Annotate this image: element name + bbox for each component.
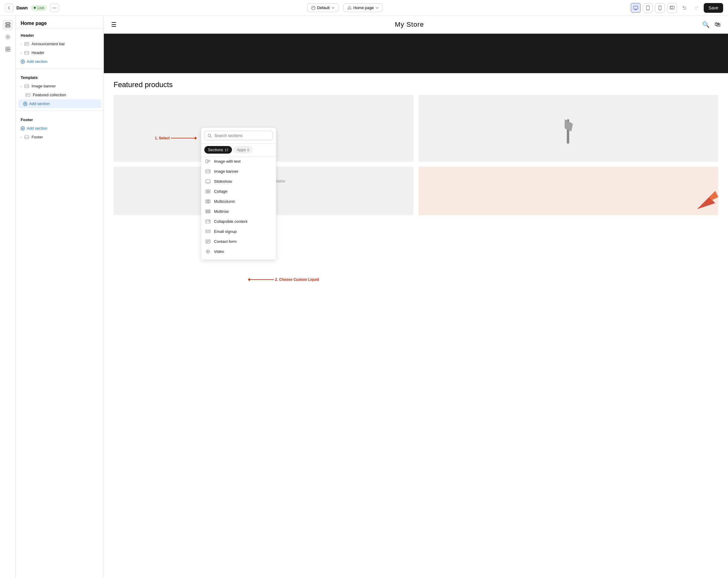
cart-icon[interactable]: 🛍	[714, 21, 721, 28]
default-dropdown[interactable]: Default	[307, 3, 338, 12]
svg-rect-11	[6, 47, 7, 49]
section-item-email-signup[interactable]: Email signup	[201, 227, 276, 236]
nav-apps-icon[interactable]	[2, 44, 14, 55]
desktop-view-button[interactable]	[631, 3, 641, 13]
share-view-button[interactable]	[667, 3, 677, 13]
collapsible-content-label: Collapsible content	[214, 219, 248, 224]
multicolumn-icon	[206, 200, 211, 203]
svg-rect-54	[206, 230, 210, 233]
section-item-multirow[interactable]: Multirow	[201, 206, 276, 216]
search-sections-input[interactable]	[214, 133, 269, 138]
tab-apps[interactable]: Apps 0	[233, 146, 253, 154]
sidebar-item-announcement-bar[interactable]: › Announcement bar	[16, 40, 104, 48]
nav-settings-icon[interactable]	[2, 32, 14, 43]
svg-rect-38	[206, 180, 210, 183]
sidebar-item-footer[interactable]: › Footer	[16, 133, 104, 141]
svg-rect-49	[206, 210, 210, 211]
section-item-collapsible[interactable]: Collapsible content	[201, 216, 276, 227]
featured-title: Featured products	[113, 80, 718, 89]
axe-image	[556, 107, 580, 150]
mobile-view-button[interactable]	[655, 3, 665, 13]
section-list: Image with text Image banner Slideshow	[201, 156, 276, 260]
topbar: Dawn Live ··· Default Home page	[0, 0, 728, 16]
collage-icon	[206, 189, 211, 193]
topbar-center: Default Home page	[62, 3, 627, 12]
section-item-multicolumn[interactable]: Multicolumn	[201, 196, 276, 206]
app-name: Dawn	[17, 5, 28, 10]
svg-rect-47	[207, 200, 209, 203]
homepage-label: Home page	[354, 5, 374, 10]
svg-rect-46	[206, 200, 207, 203]
contact-form-icon	[206, 239, 211, 243]
section-item-slideshow[interactable]: Slideshow	[201, 176, 276, 186]
template-add-section-button[interactable]: Add section	[18, 99, 101, 108]
sidebar-item-header[interactable]: › Header	[16, 48, 104, 57]
chevron-right-icon: ›	[21, 42, 22, 46]
video-icon	[206, 249, 211, 254]
svg-rect-18	[25, 51, 29, 54]
svg-rect-42	[206, 190, 208, 191]
header-add-section-button[interactable]: Add section	[16, 57, 104, 66]
sidebar-item-image-banner[interactable]: › Image banner	[16, 82, 104, 90]
svg-rect-44	[206, 192, 208, 193]
svg-point-39	[208, 183, 208, 183]
svg-point-3	[648, 9, 648, 10]
live-badge: Live	[31, 5, 47, 10]
topbar-right: Save	[631, 3, 723, 13]
homepage-dropdown[interactable]: Home page	[343, 3, 383, 12]
svg-point-40	[209, 183, 209, 183]
blog-posts-label: Blog posts	[214, 259, 233, 260]
section-item-image-with-text[interactable]: Image with text	[201, 156, 276, 166]
nav-sections-icon[interactable]	[2, 20, 14, 30]
image-banner-s-icon	[206, 169, 211, 173]
contact-form-label: Contact form	[214, 239, 236, 244]
announcement-icon	[24, 42, 29, 46]
topbar-left: Dawn Live ···	[5, 4, 59, 12]
svg-rect-50	[206, 211, 210, 212]
back-button[interactable]	[5, 4, 14, 12]
tab-sections[interactable]: Sections 17	[204, 146, 232, 154]
svg-rect-45	[208, 192, 210, 193]
footer-icon	[24, 135, 29, 139]
svg-rect-33	[206, 160, 208, 163]
header-icon	[24, 51, 29, 55]
more-button[interactable]: ···	[50, 4, 59, 12]
image-banner-label: Image banner	[32, 84, 56, 88]
featured-collection-label: Featured collection	[33, 93, 66, 97]
video-label: Video	[214, 249, 224, 254]
svg-rect-27	[25, 136, 29, 139]
arrow-decoration	[694, 185, 718, 215]
search-input-wrap[interactable]	[204, 131, 273, 140]
search-icon[interactable]: 🔍	[702, 21, 710, 28]
store-name: My Store	[395, 21, 424, 29]
sidebar: Home page Header › Announcement bar ›	[16, 16, 104, 578]
svg-rect-14	[8, 50, 10, 51]
multicolumn-label: Multicolumn	[214, 199, 235, 204]
sections-tab-label: Sections	[208, 148, 223, 152]
image-with-text-label: Image with text	[214, 159, 240, 164]
section-item-contact-form[interactable]: Contact form	[201, 236, 276, 246]
template-section-title: Template	[16, 71, 104, 82]
svg-point-41	[207, 183, 207, 183]
svg-point-32	[208, 134, 211, 137]
icon-nav	[0, 16, 16, 578]
undo-button[interactable]	[679, 3, 689, 13]
section-item-video[interactable]: Video	[201, 246, 276, 257]
tablet-view-button[interactable]	[643, 3, 653, 13]
redo-button[interactable]	[692, 3, 701, 13]
section-item-blog-posts[interactable]: Blog posts	[201, 257, 276, 260]
sidebar-title: Home page	[16, 16, 104, 29]
svg-rect-51	[206, 212, 210, 213]
section-item-collage[interactable]: Collage	[201, 186, 276, 196]
featured-icon	[26, 93, 30, 97]
svg-rect-13	[6, 50, 7, 51]
svg-point-10	[7, 36, 9, 38]
multirow-icon	[206, 209, 211, 213]
hamburger-icon[interactable]: ☰	[111, 21, 116, 28]
svg-rect-12	[8, 47, 10, 49]
store-icons: 🔍 🛍	[702, 21, 721, 28]
save-button[interactable]: Save	[704, 3, 723, 13]
footer-add-section-button[interactable]: Add section	[16, 124, 104, 133]
sidebar-item-featured-collection[interactable]: Featured collection	[16, 90, 104, 99]
section-item-image-banner[interactable]: Image banner	[201, 166, 276, 176]
